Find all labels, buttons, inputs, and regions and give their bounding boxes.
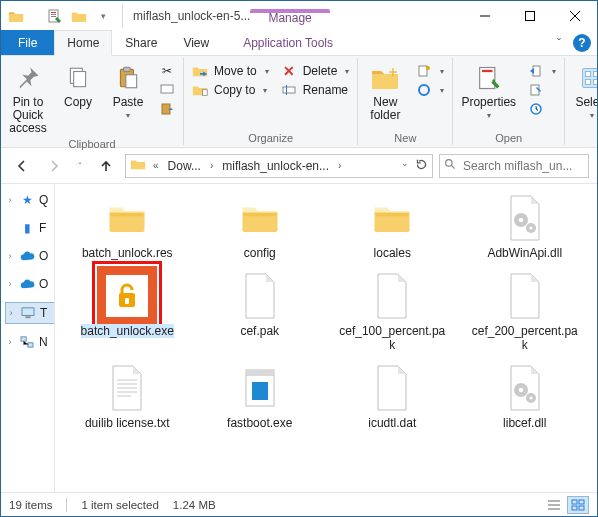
search-icon	[444, 158, 457, 174]
svg-rect-13	[283, 87, 295, 93]
file-item[interactable]: libcef.dll	[459, 354, 592, 432]
file-icon	[493, 268, 557, 324]
svg-point-23	[446, 159, 453, 166]
app-icon	[7, 7, 25, 25]
move-to-button[interactable]: Move to▾	[188, 62, 273, 80]
chevron-right-icon[interactable]: «	[150, 160, 162, 171]
delete-button[interactable]: ✕Delete▾	[277, 62, 354, 80]
easy-access-button[interactable]: ▾	[412, 81, 448, 99]
chevron-right-icon[interactable]: ›	[335, 160, 344, 171]
maximize-button[interactable]	[507, 1, 552, 31]
address-dropdown-icon[interactable]: ⌄	[401, 158, 409, 174]
file-item[interactable]: AdbWinApi.dll	[459, 184, 592, 262]
tab-application-tools[interactable]: Application Tools	[230, 30, 346, 55]
details-view-button[interactable]	[543, 496, 565, 514]
window-title: miflash_unlock-en-5...	[127, 1, 256, 31]
svg-rect-8	[124, 67, 131, 71]
qat-dropdown-icon[interactable]: ▾	[94, 7, 112, 25]
svg-point-39	[518, 388, 523, 393]
paste-button[interactable]: Paste	[105, 60, 151, 122]
breadcrumb-downloads[interactable]: Dow...	[166, 159, 203, 173]
open-button[interactable]: ▾	[524, 62, 560, 80]
network-icon	[19, 334, 35, 350]
tree-quick-access[interactable]: ›★Q	[5, 190, 52, 210]
ribbon-collapse-icon[interactable]: ˇ	[551, 33, 567, 55]
file-icon	[360, 268, 424, 324]
copy-path-button[interactable]	[155, 81, 179, 99]
folder-icon	[360, 190, 424, 246]
paste-shortcut-button[interactable]	[155, 100, 179, 118]
rename-icon	[281, 82, 297, 98]
pin-to-quick-access-button[interactable]: Pin to Quick access	[5, 60, 51, 137]
exe-icon	[95, 268, 159, 324]
rename-button[interactable]: Rename	[277, 81, 354, 99]
file-item[interactable]: duilib license.txt	[61, 354, 194, 432]
file-item[interactable]: locales	[326, 184, 459, 262]
back-button[interactable]	[9, 153, 35, 179]
minimize-button[interactable]	[462, 1, 507, 31]
new-item-icon	[416, 63, 432, 79]
cut-button[interactable]: ✂	[155, 62, 179, 80]
tree-onedrive[interactable]: ›O	[5, 246, 52, 266]
file-list[interactable]: batch_unlock.resconfiglocalesAdbWinApi.d…	[55, 184, 597, 492]
edit-button[interactable]	[524, 81, 560, 99]
chevron-right-icon[interactable]: ›	[207, 160, 216, 171]
tree-network[interactable]: ›N	[5, 332, 52, 352]
tab-home[interactable]: Home	[54, 30, 112, 56]
tab-view[interactable]: View	[170, 30, 222, 55]
recent-locations-button[interactable]: ˇ	[73, 153, 87, 179]
forward-button[interactable]	[41, 153, 67, 179]
navigation-pane[interactable]: ›★Q ▮F ›O ›O ›T ›N	[1, 184, 55, 492]
file-item[interactable]: icudtl.dat	[326, 354, 459, 432]
file-item[interactable]: fastboot.exe	[194, 354, 327, 432]
breadcrumb-current[interactable]: miflash_unlock-en...	[220, 159, 331, 173]
tree-onedrive-2[interactable]: ›O	[5, 274, 52, 294]
dll-icon	[493, 190, 557, 246]
file-item[interactable]: config	[194, 184, 327, 262]
svg-rect-3	[51, 16, 56, 17]
new-item-button[interactable]: ▾	[412, 62, 448, 80]
svg-point-19	[492, 79, 494, 81]
copy-button[interactable]: Copy	[55, 60, 101, 111]
search-input[interactable]	[461, 158, 584, 174]
svg-rect-43	[572, 506, 577, 510]
svg-rect-44	[579, 506, 584, 510]
cloud-icon	[19, 276, 35, 292]
tab-share[interactable]: Share	[112, 30, 170, 55]
refresh-icon[interactable]	[415, 158, 428, 174]
tree-item[interactable]: ▮F	[5, 218, 52, 238]
qat-properties-icon[interactable]	[46, 7, 64, 25]
cloud-icon	[19, 248, 35, 264]
tab-file[interactable]: File	[1, 30, 54, 55]
address-bar[interactable]: « Dow... › miflash_unlock-en... › ⌄	[125, 154, 433, 178]
svg-rect-10	[161, 85, 173, 93]
properties-button[interactable]: Properties	[457, 60, 520, 122]
icons-view-button[interactable]	[567, 496, 589, 514]
file-item[interactable]: cef_100_percent.pak	[326, 262, 459, 354]
svg-rect-1	[51, 12, 56, 13]
copy-to-icon	[192, 82, 208, 98]
move-to-icon	[192, 63, 208, 79]
help-icon[interactable]: ?	[573, 34, 591, 52]
history-icon	[528, 101, 544, 117]
select-icon	[576, 62, 598, 94]
search-box[interactable]	[439, 154, 589, 178]
file-item[interactable]: batch_unlock.res	[61, 184, 194, 262]
svg-rect-42	[579, 500, 584, 504]
status-bar: 19 items 1 item selected 1.24 MB	[1, 492, 597, 516]
dll-icon	[493, 360, 557, 416]
tree-this-pc[interactable]: ›T	[5, 302, 55, 324]
easy-access-icon	[416, 82, 432, 98]
close-button[interactable]	[552, 1, 597, 31]
history-button[interactable]	[524, 100, 560, 118]
new-folder-button[interactable]: New folder	[362, 60, 408, 124]
qat-newfolder-icon[interactable]	[70, 7, 88, 25]
up-button[interactable]	[93, 153, 119, 179]
file-item[interactable]: cef_200_percent.pak	[459, 262, 592, 354]
pin-icon	[12, 62, 44, 94]
select-button[interactable]: Select	[569, 60, 598, 122]
file-item[interactable]: batch_unlock.exe	[61, 262, 194, 354]
file-item[interactable]: cef.pak	[194, 262, 327, 354]
properties-icon	[473, 62, 505, 94]
copy-to-button[interactable]: Copy to▾	[188, 81, 273, 99]
